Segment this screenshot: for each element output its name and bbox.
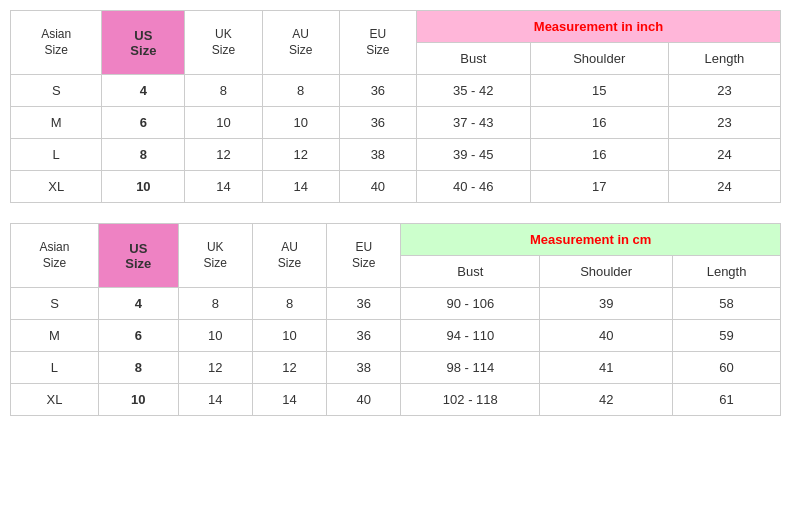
eu-l-cm: 38 — [327, 352, 401, 384]
bust-l-inch: 39 - 45 — [416, 139, 530, 171]
bust-xl-cm: 102 - 118 — [401, 384, 540, 416]
us-l-cm: 8 — [98, 352, 178, 384]
measurement-label-inch: Measurement in — [534, 19, 637, 34]
cm-table: Asian Size US Size UK Size AU Size EU Si… — [10, 223, 781, 416]
length-header-cm: Length — [673, 256, 781, 288]
table-row: M 6 10 10 36 37 - 43 16 23 — [11, 107, 781, 139]
length-s-cm: 58 — [673, 288, 781, 320]
bust-m-inch: 37 - 43 — [416, 107, 530, 139]
asian-size-header-inch: Asian Size — [11, 11, 102, 75]
au-l-cm: 12 — [252, 352, 326, 384]
table-row: S 4 8 8 36 35 - 42 15 23 — [11, 75, 781, 107]
asian-s-cm: S — [11, 288, 99, 320]
asian-m-cm: M — [11, 320, 99, 352]
bust-m-cm: 94 - 110 — [401, 320, 540, 352]
table-row: S 4 8 8 36 90 - 106 39 58 — [11, 288, 781, 320]
asian-l-inch: L — [11, 139, 102, 171]
shoulder-header-inch: Shoulder — [530, 43, 668, 75]
eu-size-header-inch: EU Size — [339, 11, 416, 75]
length-m-cm: 59 — [673, 320, 781, 352]
bust-l-cm: 98 - 114 — [401, 352, 540, 384]
shoulder-m-inch: 16 — [530, 107, 668, 139]
length-l-cm: 60 — [673, 352, 781, 384]
au-m-inch: 10 — [262, 107, 339, 139]
length-l-inch: 24 — [668, 139, 780, 171]
asian-m-inch: M — [11, 107, 102, 139]
measurement-header-inch: Measurement in inch — [416, 11, 780, 43]
shoulder-s-inch: 15 — [530, 75, 668, 107]
eu-l-inch: 38 — [339, 139, 416, 171]
shoulder-xl-cm: 42 — [540, 384, 673, 416]
eu-xl-cm: 40 — [327, 384, 401, 416]
table-row: M 6 10 10 36 94 - 110 40 59 — [11, 320, 781, 352]
asian-l-cm: L — [11, 352, 99, 384]
au-xl-cm: 14 — [252, 384, 326, 416]
uk-m-cm: 10 — [178, 320, 252, 352]
au-l-inch: 12 — [262, 139, 339, 171]
shoulder-header-cm: Shoulder — [540, 256, 673, 288]
uk-size-header-inch: UK Size — [185, 11, 262, 75]
uk-m-inch: 10 — [185, 107, 262, 139]
shoulder-l-inch: 16 — [530, 139, 668, 171]
au-m-cm: 10 — [252, 320, 326, 352]
au-xl-inch: 14 — [262, 171, 339, 203]
length-s-inch: 23 — [668, 75, 780, 107]
table-row: L 8 12 12 38 98 - 114 41 60 — [11, 352, 781, 384]
asian-s-inch: S — [11, 75, 102, 107]
us-xl-inch: 10 — [102, 171, 185, 203]
uk-s-cm: 8 — [178, 288, 252, 320]
au-size-header-cm: AU Size — [252, 224, 326, 288]
asian-xl-inch: XL — [11, 171, 102, 203]
uk-l-inch: 12 — [185, 139, 262, 171]
uk-xl-cm: 14 — [178, 384, 252, 416]
us-l-inch: 8 — [102, 139, 185, 171]
us-m-inch: 6 — [102, 107, 185, 139]
eu-m-inch: 36 — [339, 107, 416, 139]
shoulder-s-cm: 39 — [540, 288, 673, 320]
table-row: XL 10 14 14 40 102 - 118 42 61 — [11, 384, 781, 416]
table-row: XL 10 14 14 40 40 - 46 17 24 — [11, 171, 781, 203]
size-chart-container: Asian Size US Size UK Size AU Size EU Si… — [10, 10, 781, 416]
eu-xl-inch: 40 — [339, 171, 416, 203]
asian-size-header-cm: Asian Size — [11, 224, 99, 288]
au-size-header-inch: AU Size — [262, 11, 339, 75]
bust-header-inch: Bust — [416, 43, 530, 75]
eu-size-header-cm: EU Size — [327, 224, 401, 288]
us-s-inch: 4 — [102, 75, 185, 107]
measurement-header-cm: Measurement in cm — [401, 224, 781, 256]
length-m-inch: 23 — [668, 107, 780, 139]
uk-l-cm: 12 — [178, 352, 252, 384]
length-xl-inch: 24 — [668, 171, 780, 203]
us-s-cm: 4 — [98, 288, 178, 320]
asian-xl-cm: XL — [11, 384, 99, 416]
eu-s-inch: 36 — [339, 75, 416, 107]
us-size-header-cm: US Size — [98, 224, 178, 288]
measurement-label-cm: Measurement in — [530, 232, 633, 247]
uk-size-header-cm: UK Size — [178, 224, 252, 288]
us-xl-cm: 10 — [98, 384, 178, 416]
table-row: L 8 12 12 38 39 - 45 16 24 — [11, 139, 781, 171]
us-m-cm: 6 — [98, 320, 178, 352]
inch-table: Asian Size US Size UK Size AU Size EU Si… — [10, 10, 781, 203]
bust-xl-inch: 40 - 46 — [416, 171, 530, 203]
shoulder-xl-inch: 17 — [530, 171, 668, 203]
shoulder-m-cm: 40 — [540, 320, 673, 352]
bust-header-cm: Bust — [401, 256, 540, 288]
measurement-unit-cm: cm — [633, 232, 652, 247]
length-xl-cm: 61 — [673, 384, 781, 416]
length-header-inch: Length — [668, 43, 780, 75]
bust-s-cm: 90 - 106 — [401, 288, 540, 320]
shoulder-l-cm: 41 — [540, 352, 673, 384]
measurement-unit-inch: inch — [636, 19, 663, 34]
au-s-cm: 8 — [252, 288, 326, 320]
au-s-inch: 8 — [262, 75, 339, 107]
eu-s-cm: 36 — [327, 288, 401, 320]
eu-m-cm: 36 — [327, 320, 401, 352]
uk-xl-inch: 14 — [185, 171, 262, 203]
bust-s-inch: 35 - 42 — [416, 75, 530, 107]
us-size-header-inch: US Size — [102, 11, 185, 75]
uk-s-inch: 8 — [185, 75, 262, 107]
